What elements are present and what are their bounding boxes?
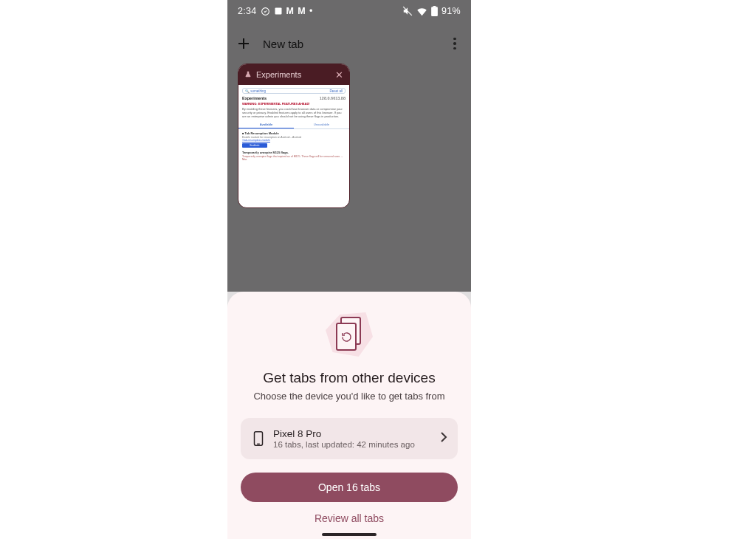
device-row[interactable]: Pixel 8 Pro 16 tabs, last updated: 42 mi… bbox=[241, 418, 458, 459]
svg-rect-7 bbox=[255, 432, 263, 445]
status-mute-icon bbox=[402, 6, 413, 16]
sheet-subtitle: Choose the device you'd like to get tabs… bbox=[253, 391, 444, 402]
sheet-title: Get tabs from other devices bbox=[263, 370, 435, 386]
status-gmail-icon-2: M bbox=[298, 6, 306, 16]
svg-rect-6 bbox=[433, 6, 436, 7]
status-overflow-icon: • bbox=[309, 6, 313, 16]
close-tab-icon[interactable]: ✕ bbox=[335, 70, 343, 80]
tabs-from-devices-sheet: Get tabs from other devices Choose the d… bbox=[227, 292, 471, 539]
more-menu-icon[interactable] bbox=[446, 38, 464, 50]
review-tabs-button[interactable]: Review all tabs bbox=[315, 512, 384, 524]
flask-icon bbox=[244, 68, 252, 81]
tab-card[interactable]: Experiments ✕ 🔍 something Reset all Expe… bbox=[238, 63, 350, 208]
status-gmail-icon: M bbox=[286, 6, 295, 16]
tab-thumbnail: 🔍 something Reset all Experiments 128.0.… bbox=[238, 85, 349, 164]
status-battery-pct: 91% bbox=[441, 6, 461, 16]
phone-icon bbox=[248, 430, 269, 447]
status-time: 2:34 bbox=[238, 6, 257, 16]
status-bar: 2:34 M M • 91% bbox=[227, 0, 471, 22]
open-tabs-button[interactable]: Open 16 tabs bbox=[241, 473, 458, 502]
svg-rect-5 bbox=[431, 7, 438, 16]
toolbar-title: New tab bbox=[263, 38, 303, 50]
status-clock-icon bbox=[261, 7, 270, 16]
chevron-right-icon bbox=[440, 432, 447, 445]
status-wifi-icon bbox=[416, 6, 427, 17]
gesture-bar bbox=[322, 533, 377, 536]
restore-tabs-illustration bbox=[326, 312, 373, 357]
device-name: Pixel 8 Pro bbox=[273, 428, 440, 439]
restore-icon bbox=[341, 332, 352, 343]
new-tab-icon[interactable] bbox=[235, 35, 252, 52]
device-meta: 16 tabs, last updated: 42 minutes ago bbox=[273, 440, 440, 449]
status-battery-icon bbox=[431, 6, 438, 16]
svg-rect-3 bbox=[275, 8, 281, 15]
tab-title: Experiments bbox=[256, 70, 331, 79]
status-app-icon bbox=[274, 7, 283, 16]
